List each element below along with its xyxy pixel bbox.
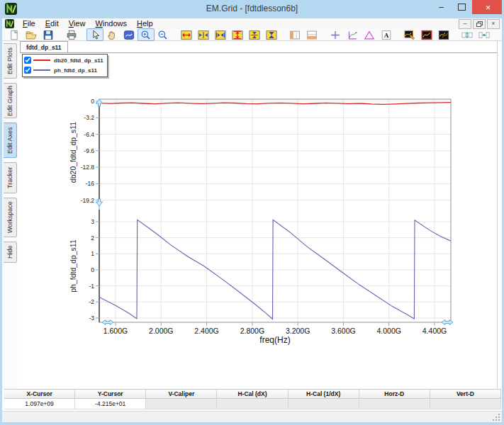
mdi-close-button[interactable]: ×	[487, 19, 500, 29]
status-bar	[2, 411, 502, 423]
y-tick-label: 2	[91, 234, 94, 242]
fit-y-button[interactable]	[263, 28, 280, 41]
menu-view[interactable]: View	[64, 18, 91, 29]
hand-pan-icon	[106, 30, 118, 40]
hand-pan-button[interactable]	[103, 28, 121, 41]
cursor-value-h-cal-1-dx	[289, 399, 359, 409]
split-vertical-button[interactable]	[459, 28, 476, 41]
vertical-marker-icon	[289, 30, 301, 40]
toolbar-group-6	[401, 28, 452, 41]
legend-checkbox-db20-fdtd-dp-s11[interactable]	[24, 57, 31, 64]
y-tick-label: 1	[91, 250, 94, 257]
document-tab-fdtd-dp-s11[interactable]: fdtd_dp_s11	[20, 41, 68, 52]
new-file-button[interactable]	[6, 28, 23, 41]
menu-file[interactable]: File	[18, 18, 40, 29]
print-icon	[65, 30, 78, 40]
x-tick-label: 3.200G	[286, 327, 310, 335]
text-tool-button[interactable]: A	[378, 28, 395, 41]
axis-handle-top[interactable]	[96, 99, 103, 106]
window-title: EM.Grid - [fdtdlesson6b]	[0, 4, 504, 13]
plot-legend[interactable]: db20_fdtd_dp_s11ph_fdtd_dp_s11	[22, 54, 108, 77]
layout-button[interactable]: Layout ▾	[499, 29, 504, 40]
mdi-minimize-button[interactable]: –	[459, 19, 471, 29]
cursor-header-row: X-CursorY-CursorV-CaliperH-Cal (dX)H-Cal…	[4, 389, 501, 399]
menu-help[interactable]: Help	[132, 18, 158, 29]
cursor-value-v-caliper	[146, 399, 217, 409]
maximize-icon	[458, 4, 466, 11]
expand-y-button[interactable]	[229, 28, 246, 41]
close-icon: ×	[486, 2, 491, 13]
print-button[interactable]	[63, 28, 80, 41]
y-tick-label: -1	[89, 283, 94, 290]
sidebar-tab-tracker[interactable]: Tracker	[4, 162, 17, 193]
window-maximize-button[interactable]	[452, 0, 472, 14]
edit-trace-button[interactable]	[401, 28, 418, 41]
menu-windows[interactable]: Windows	[90, 18, 132, 29]
cursor-readout-table: X-CursorY-CursorV-CaliperH-Cal (dX)H-Cal…	[4, 389, 501, 409]
sidebar: Edit PlotsEdit GraphEdit AxesTrackerWork…	[2, 41, 18, 389]
toolbar-group-1	[63, 28, 80, 41]
y-tick-label: -3	[89, 314, 94, 322]
vertical-marker-button[interactable]	[286, 28, 303, 41]
trace-frame-button[interactable]	[418, 28, 435, 41]
legend-checkbox-ph-fdtd-dp-s11[interactable]	[24, 67, 31, 74]
cursor-value-h-cal-dx	[217, 399, 288, 409]
mdi-restore-button[interactable]	[473, 19, 486, 29]
x-tick-label: 3.600G	[331, 327, 355, 335]
legend-entry-db20-fdtd-dp-s11: db20_fdtd_dp_s11	[24, 55, 103, 65]
graph-canvas[interactable]: 1.600G2.000G2.400G2.800G3.200G3.600G4.00…	[20, 52, 497, 389]
window-minimize-button[interactable]: –	[431, 0, 452, 14]
fit-x-button[interactable]	[212, 28, 229, 41]
menu-edit[interactable]: Edit	[40, 18, 64, 29]
toolbar-group-0	[6, 28, 57, 41]
legend-label: ph_fdtd_dp_s11	[54, 67, 97, 74]
zoom-in-button[interactable]	[138, 28, 155, 41]
trace-frame-icon	[420, 30, 433, 40]
y-axis-title-0: db20_fdtd_dp_s11	[69, 122, 77, 183]
sidebar-tab-edit-plots[interactable]: Edit Plots	[4, 43, 17, 79]
shrink-x-button[interactable]	[195, 28, 212, 41]
axis-handle-left[interactable]	[102, 320, 113, 325]
split-horizontal-button[interactable]	[476, 28, 493, 41]
new-file-icon	[8, 30, 21, 40]
expand-y-icon	[231, 30, 244, 40]
pan-curve-button[interactable]	[121, 28, 138, 41]
app-logo-small-icon	[5, 19, 14, 28]
y-tick-label: 0	[91, 266, 94, 273]
series-ph-fdtd-dp-s11	[99, 220, 451, 319]
crosshair-button[interactable]	[327, 28, 344, 41]
shrink-y-button[interactable]	[246, 28, 263, 41]
toolbar: A Layout ▾	[2, 29, 502, 41]
cursor-col-header-x-cursor: X-Cursor	[4, 389, 75, 399]
sidebar-tab-workspace[interactable]: Workspace	[4, 198, 17, 237]
axis-handle-right[interactable]	[442, 320, 453, 325]
zoom-out-button[interactable]	[155, 28, 172, 41]
cursor-col-header-y-cursor: Y-Cursor	[75, 389, 146, 399]
cursor-value-row: 1.097e+09-4.215e+01	[4, 399, 501, 409]
axes-tool-button[interactable]	[344, 28, 361, 41]
expand-x-icon	[180, 30, 193, 40]
y-tick-label: -12.8	[81, 164, 95, 171]
open-file-button[interactable]	[23, 28, 40, 41]
y-tick-label: -19.2	[81, 197, 95, 204]
window-close-button[interactable]: ×	[472, 0, 504, 14]
horizontal-marker-button[interactable]	[303, 28, 320, 41]
app-window: EM.Grid - [fdtdlesson6b] – × FileEditVie…	[0, 0, 504, 425]
triangle-tool-button[interactable]	[361, 28, 378, 41]
shrink-x-icon	[197, 30, 210, 40]
cursor-col-header-vert-d: Vert-D	[430, 389, 501, 399]
mdi-restore-icon	[476, 21, 482, 26]
pointer-icon	[89, 30, 101, 40]
menu-items: FileEditViewWindowsHelp	[18, 18, 158, 29]
pointer-button[interactable]	[86, 28, 103, 41]
traces-view-button[interactable]	[435, 28, 452, 41]
resize-grip-icon[interactable]	[493, 414, 500, 421]
sidebar-tab-hide[interactable]: Hide	[4, 242, 17, 263]
expand-x-button[interactable]	[178, 28, 195, 41]
save-file-button[interactable]	[40, 28, 57, 41]
content-right-edge	[497, 41, 498, 389]
zoom-in-icon	[140, 30, 152, 40]
sidebar-tab-edit-graph[interactable]: Edit Graph	[4, 83, 17, 118]
split-horizontal-icon	[478, 30, 491, 40]
sidebar-tab-edit-axes[interactable]: Edit Axes	[4, 123, 17, 158]
